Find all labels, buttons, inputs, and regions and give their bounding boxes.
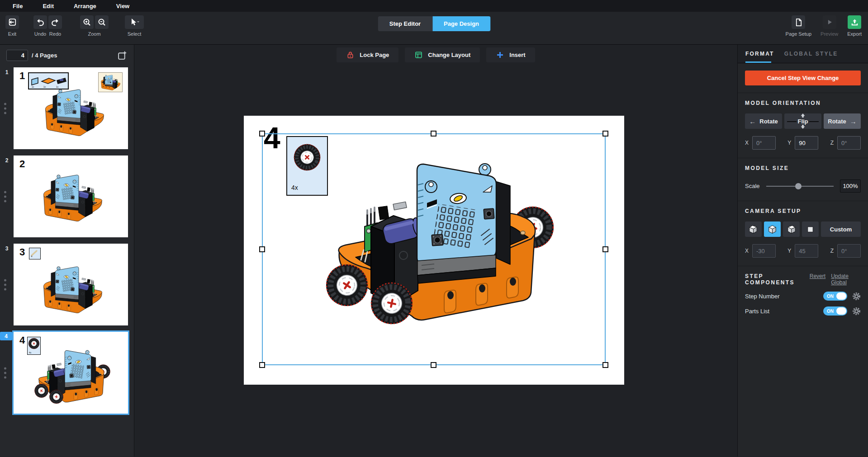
page-3-drag-handle-icon[interactable]: [4, 277, 6, 292]
part-wheel-image: [292, 142, 322, 172]
parts-list-toggle[interactable]: ON: [823, 306, 847, 316]
export-button[interactable]: Export: [847, 15, 862, 37]
resize-handle-nw[interactable]: [259, 131, 265, 137]
page-3-thumbnail[interactable]: 3: [14, 244, 128, 325]
model-orientation-title: MODEL ORIENTATION: [745, 100, 861, 106]
page-1-drag-handle-icon[interactable]: [4, 100, 6, 116]
page-1-thumbnail[interactable]: 1 1x 1x 1x: [14, 67, 128, 149]
current-page-input[interactable]: [6, 50, 28, 61]
flip-label: Flip: [797, 118, 809, 125]
square-face-icon: [805, 224, 816, 235]
scale-value[interactable]: 100%: [840, 179, 861, 193]
page-4-thumbnail[interactable]: 4 4x: [14, 332, 128, 414]
model-render-image[interactable]: [326, 160, 554, 327]
tab-format[interactable]: FORMAT: [745, 51, 774, 57]
camera-z-input[interactable]: [837, 244, 861, 258]
undo-button[interactable]: Undo: [33, 15, 47, 37]
add-page-icon[interactable]: [117, 50, 128, 61]
preview-icon: [825, 18, 834, 26]
tab-global-style[interactable]: GLOBAL STYLE: [784, 51, 838, 57]
resize-handle-sw[interactable]: [259, 362, 265, 368]
select-label: Select: [128, 31, 142, 37]
scale-slider[interactable]: [766, 183, 834, 189]
part-quantity-label: 4x: [291, 184, 298, 191]
resize-handle-se[interactable]: [602, 362, 608, 368]
step-number-toggle[interactable]: ON: [823, 292, 847, 301]
camera-x-input[interactable]: [752, 244, 776, 258]
thumb-model-image: [40, 88, 108, 138]
export-icon: [850, 18, 859, 27]
zoom-out-button[interactable]: [95, 15, 109, 29]
x-label: X: [745, 140, 749, 146]
camera-y-input[interactable]: [795, 244, 818, 258]
undo-icon: [36, 18, 45, 27]
camera-preset-iso-button[interactable]: [764, 221, 781, 237]
zoom-in-button[interactable]: [80, 15, 94, 29]
cube-left-icon: [748, 224, 759, 235]
revert-link[interactable]: Revert: [810, 273, 825, 286]
instruction-page[interactable]: 4 4x: [244, 116, 624, 385]
toggle-knob: [836, 307, 846, 315]
menu-view[interactable]: View: [116, 3, 129, 9]
page-2-drag-handle-icon[interactable]: [4, 188, 6, 204]
menu-bar: File Edit Arrange View: [0, 0, 868, 12]
thumb-step-number: 4: [19, 335, 25, 346]
insert-button[interactable]: Insert: [486, 47, 535, 62]
page-setup-button[interactable]: Page Setup: [786, 15, 812, 37]
page-4-drag-handle-icon[interactable]: [4, 365, 6, 381]
orientation-z-input[interactable]: [837, 136, 861, 150]
thumb-step-number: 2: [19, 158, 25, 170]
menu-arrange[interactable]: Arrange: [74, 3, 96, 9]
resize-handle-e[interactable]: [602, 246, 608, 252]
orientation-x-input[interactable]: [752, 136, 776, 150]
lock-page-button[interactable]: Lock Page: [337, 47, 398, 62]
step-number-gear-icon[interactable]: [852, 292, 861, 301]
cancel-step-view-change-button[interactable]: Cancel Step View Change: [745, 71, 861, 85]
lock-icon: [346, 51, 355, 59]
camera-custom-button[interactable]: Custom: [821, 221, 861, 237]
step-number-row: Step Number ON: [745, 292, 861, 301]
page-row-2: 2 2: [0, 155, 134, 237]
tab-page-design[interactable]: Page Design: [432, 16, 490, 31]
menu-edit[interactable]: Edit: [43, 3, 54, 9]
thumb-parts-list: 1x 1x 1x: [28, 72, 69, 90]
parts-list-box[interactable]: 4x: [286, 136, 328, 196]
menu-file[interactable]: File: [13, 3, 23, 9]
change-layout-button[interactable]: Change Layout: [405, 47, 480, 62]
camera-preset-iso-left-button[interactable]: [745, 221, 762, 237]
resize-handle-w[interactable]: [259, 246, 265, 252]
camera-preset-iso-right-button[interactable]: [783, 221, 800, 237]
redo-icon: [51, 18, 60, 27]
model-size-title: MODEL SIZE: [745, 165, 861, 171]
preview-button[interactable]: Preview: [821, 15, 838, 37]
flip-button[interactable]: Flip: [784, 113, 821, 129]
camera-preset-front-button[interactable]: [802, 221, 819, 237]
redo-button[interactable]: Redo: [48, 15, 62, 37]
format-panel: FORMAT GLOBAL STYLE Cancel Step View Cha…: [737, 45, 868, 457]
page-setup-label: Page Setup: [786, 31, 812, 37]
resize-handle-s[interactable]: [431, 362, 436, 368]
parts-list-gear-icon[interactable]: [852, 307, 861, 316]
thumb-step-number: 1: [19, 70, 25, 82]
model-size-section: MODEL SIZE Scale 100%: [738, 158, 868, 201]
page-2-thumbnail[interactable]: 2: [14, 155, 128, 237]
resize-handle-ne[interactable]: [602, 131, 608, 137]
camera-z-label: Z: [830, 248, 834, 254]
exit-button[interactable]: Exit: [5, 15, 19, 37]
update-global-link[interactable]: Update Global: [831, 273, 861, 286]
page-setup-icon: [794, 18, 803, 27]
canvas-toolbar: Lock Page Change Layout Insert: [134, 45, 737, 65]
tab-step-editor[interactable]: Step Editor: [378, 16, 432, 31]
step-components-section: STEP COMPONENTS Revert Update Global Ste…: [738, 266, 868, 324]
orientation-y-input[interactable]: [795, 136, 818, 150]
resize-handle-n[interactable]: [431, 131, 436, 137]
rotate-right-button[interactable]: Rotate →: [824, 113, 861, 129]
slider-thumb[interactable]: [795, 183, 802, 189]
lock-page-label: Lock Page: [360, 52, 389, 58]
rotate-left-button[interactable]: ← Rotate: [745, 113, 782, 129]
step-number-text[interactable]: 4: [264, 123, 280, 153]
insert-label: Insert: [509, 52, 525, 58]
y-label: Y: [787, 140, 791, 146]
parts-list-toggle-label: Parts List: [745, 308, 823, 315]
select-tool-button[interactable]: Select: [125, 15, 144, 37]
